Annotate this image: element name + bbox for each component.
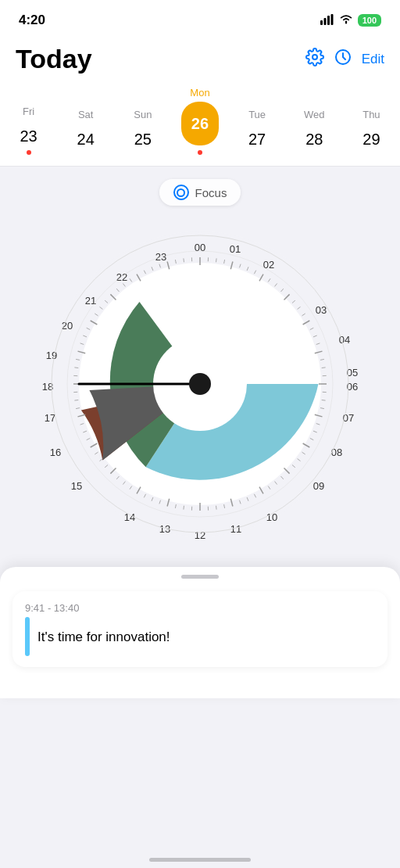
svg-text:17: 17 (45, 412, 55, 424)
bottom-sheet: 9:41 - 13:40 It's time for innovation! (0, 567, 400, 698)
header: Today Edit (0, 38, 400, 82)
svg-rect-2 (327, 16, 330, 25)
event-color-bar (25, 617, 30, 656)
home-indicator (149, 858, 251, 862)
svg-rect-0 (320, 20, 323, 25)
cal-day-wed[interactable]: Wed 28 (292, 109, 336, 155)
svg-text:12: 12 (195, 529, 205, 541)
signal-icon (320, 14, 334, 27)
svg-text:09: 09 (313, 480, 324, 492)
cal-day-tue[interactable]: Tue 27 (235, 109, 279, 155)
event-card[interactable]: 9:41 - 13:40 It's time for innovation! (12, 591, 388, 667)
edit-button[interactable]: Edit (362, 52, 384, 67)
calendar-strip: Fri 23 Sat 24 Sun 25 Mon 26 Tue 27 Wed 2… (0, 82, 400, 167)
cal-day-sun[interactable]: Sun 25 (121, 109, 165, 155)
status-time: 4:20 (19, 13, 45, 28)
status-icons: 100 (320, 13, 381, 27)
focus-button[interactable]: Focus (159, 179, 241, 206)
sheet-handle (181, 575, 219, 579)
wifi-icon (339, 13, 353, 27)
status-bar: 4:20 100 (0, 0, 400, 38)
focus-btn-wrap: Focus (0, 179, 400, 206)
svg-text:08: 08 (331, 447, 342, 458)
svg-text:03: 03 (316, 304, 327, 316)
battery-icon: 100 (358, 14, 381, 27)
svg-text:16: 16 (50, 447, 61, 458)
svg-text:01: 01 (230, 243, 241, 255)
cal-day-thu[interactable]: Thu 29 (349, 109, 393, 155)
event-title: It's time for innovation! (38, 629, 170, 645)
svg-text:21: 21 (85, 295, 96, 307)
svg-rect-3 (330, 14, 333, 25)
cal-day-mon[interactable]: Mon 26 (178, 87, 222, 155)
event-title-row: It's time for innovation! (25, 617, 375, 656)
event-time-label: 9:41 - 13:40 (25, 602, 375, 614)
focus-ring-icon (173, 185, 189, 200)
svg-text:22: 22 (116, 271, 127, 283)
svg-text:02: 02 (263, 259, 274, 271)
history-icon[interactable] (334, 48, 352, 71)
clock-center (189, 373, 211, 395)
page-title: Today (16, 44, 92, 74)
cal-dot-mon (198, 150, 202, 155)
header-actions: Edit (305, 48, 384, 71)
main-content: Focus (0, 167, 400, 698)
clock-wheel: 00 01 02 03 04 05 06 07 08 09 10 11 12 (36, 220, 364, 548)
gear-icon[interactable] (305, 48, 324, 71)
svg-text:00: 00 (195, 242, 205, 253)
svg-text:15: 15 (71, 480, 82, 492)
sheet-handle-wrap (0, 567, 400, 579)
clock-svg: 00 01 02 03 04 05 06 07 08 09 10 11 12 (36, 220, 364, 548)
svg-rect-1 (323, 18, 326, 25)
cal-day-sat[interactable]: Sat 24 (64, 109, 108, 155)
cal-day-fri[interactable]: Fri 23 (7, 106, 51, 155)
event-details: 9:41 - 13:40 It's time for innovation! (25, 602, 375, 656)
svg-text:10: 10 (266, 511, 277, 523)
